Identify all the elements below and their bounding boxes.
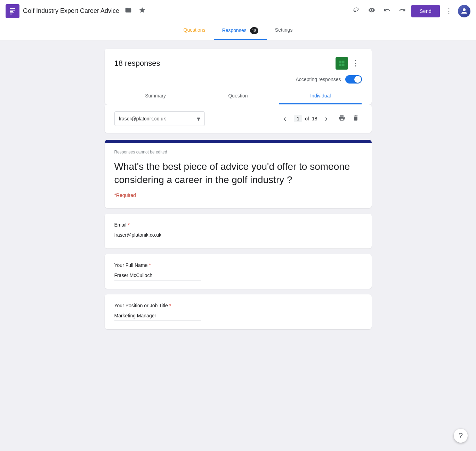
svg-rect-4 xyxy=(10,14,13,14)
undo-button[interactable] xyxy=(381,5,393,17)
responses-header-top: 18 responses ⋮ xyxy=(114,57,362,70)
avatar-image xyxy=(458,5,470,17)
selector-card: fraser@platonik.co.uk ▾ ‹ 1 of 18 › xyxy=(105,104,372,133)
print-button[interactable] xyxy=(336,112,348,125)
sub-tab-individual[interactable]: Individual xyxy=(279,88,362,104)
position-field-card: Your Position or Job Title * Marketing M… xyxy=(105,294,372,329)
preview-button[interactable] xyxy=(365,5,378,17)
toggle-knob xyxy=(354,76,361,83)
help-button[interactable]: ? xyxy=(454,429,468,443)
chevron-right-icon: › xyxy=(325,114,328,124)
chevron-down-icon: ▾ xyxy=(197,114,200,123)
accepting-toggle[interactable] xyxy=(345,75,362,84)
email-field-card: Email * fraser@platonik.co.uk xyxy=(105,214,372,248)
delete-icon xyxy=(352,114,359,123)
star-button[interactable] xyxy=(136,5,148,17)
forms-icon xyxy=(9,7,16,15)
undo-icon xyxy=(384,7,390,15)
email-dropdown-text: fraser@platonik.co.uk xyxy=(119,116,194,121)
more-options-button[interactable]: ⋮ xyxy=(443,5,455,17)
of-label: of xyxy=(305,116,309,121)
help-icon: ? xyxy=(459,431,463,440)
responses-header-card: 18 responses ⋮ Accepting responses xyxy=(105,49,372,104)
svg-rect-0 xyxy=(10,8,15,9)
delete-button[interactable] xyxy=(349,112,362,125)
palette-button[interactable] xyxy=(350,5,363,17)
folder-button[interactable] xyxy=(122,5,135,17)
more-vert-icon-responses: ⋮ xyxy=(352,59,360,68)
svg-rect-7 xyxy=(342,61,344,63)
svg-rect-1 xyxy=(10,10,15,10)
position-field-label: Your Position or Job Title * xyxy=(114,303,362,308)
email-field-value: fraser@platonik.co.uk xyxy=(114,232,201,240)
redo-icon xyxy=(399,7,406,15)
sub-tab-individual-label: Individual xyxy=(310,93,331,98)
sub-tab-summary-label: Summary xyxy=(145,93,166,98)
next-response-button[interactable]: › xyxy=(320,112,333,125)
email-required-star: * xyxy=(128,222,130,228)
sub-tabs: Summary Question Individual xyxy=(114,88,362,104)
svg-rect-3 xyxy=(10,12,14,13)
responses-more-button[interactable]: ⋮ xyxy=(349,57,362,70)
sub-tab-question-label: Question xyxy=(228,93,248,98)
svg-rect-6 xyxy=(339,61,341,63)
add-to-sheets-button[interactable] xyxy=(336,57,348,70)
print-icon xyxy=(338,114,345,123)
nav-right-area: Send ⋮ xyxy=(350,5,470,17)
position-field-value: Marketing Manager xyxy=(114,313,201,321)
sheets-icon xyxy=(338,60,345,67)
svg-rect-2 xyxy=(10,11,13,12)
tab-settings-label: Settings xyxy=(275,27,293,33)
send-button[interactable]: Send xyxy=(411,5,440,17)
sub-tab-question[interactable]: Question xyxy=(197,88,279,104)
form-section-inner: Responses cannot be edited What's the be… xyxy=(105,143,372,208)
position-required-star: * xyxy=(169,303,171,308)
sub-tab-summary[interactable]: Summary xyxy=(114,88,197,104)
svg-point-5 xyxy=(463,8,466,11)
responses-badge: 18 xyxy=(250,27,258,34)
action-btns xyxy=(336,112,362,125)
form-section: Responses cannot be edited What's the be… xyxy=(105,140,372,208)
tab-responses[interactable]: Responses 18 xyxy=(214,22,267,40)
tab-responses-label: Responses xyxy=(222,27,247,33)
folder-icon xyxy=(125,7,132,15)
required-label: *Required xyxy=(114,192,136,198)
position-label-text: Your Position or Job Title xyxy=(114,303,168,308)
responses-count: 18 responses xyxy=(114,59,160,68)
full-name-field-label: Your Full Name * xyxy=(114,262,362,268)
tab-questions[interactable]: Questions xyxy=(175,22,214,40)
header-actions: ⋮ xyxy=(336,57,362,70)
tab-questions-label: Questions xyxy=(184,27,205,33)
main-question-text: What's the best piece of advice you'd of… xyxy=(114,160,362,187)
page-indicator: 1 of 18 xyxy=(294,115,317,122)
palette-icon xyxy=(353,7,360,15)
redo-button[interactable] xyxy=(396,5,409,17)
eye-icon xyxy=(368,7,375,15)
full-name-label-text: Your Full Name xyxy=(114,262,148,268)
navigation-controls: ‹ 1 of 18 › xyxy=(279,112,362,125)
star-icon xyxy=(139,7,146,15)
total-pages: 18 xyxy=(312,116,317,121)
prev-response-button[interactable]: ‹ xyxy=(279,112,291,125)
accepting-row: Accepting responses xyxy=(114,75,362,84)
user-avatar[interactable] xyxy=(458,5,470,17)
email-label-text: Email xyxy=(114,222,127,228)
cannot-edit-notice: Responses cannot be edited xyxy=(114,150,362,155)
current-page: 1 xyxy=(294,115,302,122)
full-name-field-value: Fraser McCulloch xyxy=(114,272,201,280)
email-field-label: Email * xyxy=(114,222,362,228)
svg-rect-8 xyxy=(339,64,341,66)
app-logo-icon xyxy=(6,4,19,18)
tabs-bar: Questions Responses 18 Settings xyxy=(0,22,476,40)
more-vert-icon: ⋮ xyxy=(445,7,453,16)
full-name-required-star: * xyxy=(149,262,151,268)
app-title: Golf Industry Expert Career Advice xyxy=(23,7,119,15)
svg-rect-9 xyxy=(342,64,344,66)
chevron-left-icon: ‹ xyxy=(283,114,286,124)
app-logo-area: Golf Industry Expert Career Advice xyxy=(6,4,119,18)
full-name-field-card: Your Full Name * Fraser McCulloch xyxy=(105,254,372,289)
tab-settings[interactable]: Settings xyxy=(267,22,301,40)
top-nav: Golf Industry Expert Career Advice xyxy=(0,0,476,22)
email-dropdown[interactable]: fraser@platonik.co.uk ▾ xyxy=(114,111,205,126)
nav-file-icons xyxy=(122,5,148,17)
